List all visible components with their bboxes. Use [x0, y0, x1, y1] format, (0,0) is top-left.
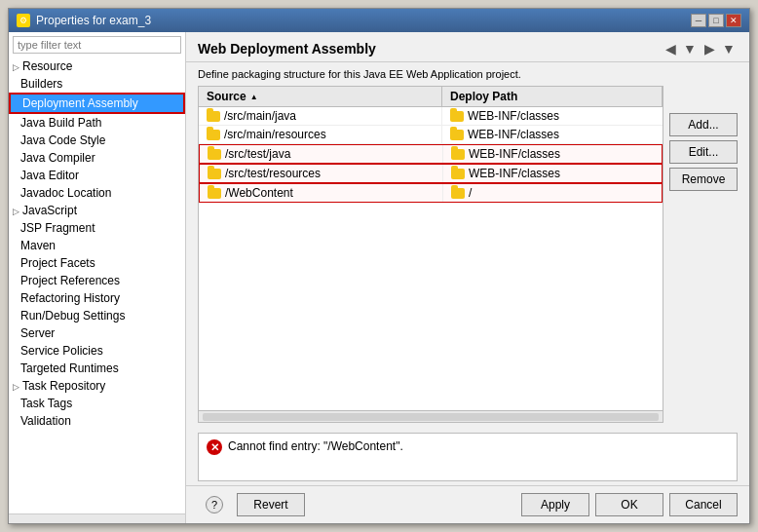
sidebar-item-label: Resource [22, 59, 72, 73]
deploy-text: WEB-INF/classes [469, 167, 560, 180]
remove-button[interactable]: Remove [669, 168, 738, 191]
source-cell: /src/test/resources [200, 165, 443, 182]
table-scrollbar[interactable] [199, 410, 663, 422]
sidebar-item-2[interactable]: Deployment Assembly [9, 93, 185, 114]
table-row[interactable]: /WebContent/ [199, 183, 663, 203]
sidebar-item-4[interactable]: Java Code Style [9, 132, 185, 149]
source-text: /src/main/java [224, 109, 296, 123]
sidebar-item-5[interactable]: Java Compiler [9, 149, 185, 167]
source-text: /src/main/resources [224, 128, 326, 141]
sidebar-item-18[interactable]: ▷ Task Repository [9, 377, 185, 395]
help-button[interactable]: ? [206, 496, 223, 513]
sidebar-item-label: Java Code Style [20, 133, 105, 147]
minimize-button[interactable]: ─ [691, 14, 706, 27]
help-area: ? [198, 492, 231, 517]
window-title: Properties for exam_3 [36, 14, 151, 27]
back-button[interactable]: ◀ [662, 40, 679, 57]
sidebar-item-label: Project References [20, 274, 120, 287]
sidebar-item-0[interactable]: ▷ Resource [9, 57, 185, 75]
sidebar-item-19[interactable]: Task Tags [9, 395, 185, 412]
ok-button[interactable]: OK [595, 493, 663, 516]
sidebar-item-label: JSP Fragment [20, 221, 95, 235]
restore-button[interactable]: □ [708, 14, 724, 27]
content-area: ▷ ResourceBuildersDeployment AssemblyJav… [9, 32, 749, 523]
table-row[interactable]: /src/main/javaWEB-INF/classes [199, 107, 663, 126]
table-header: Source ▲ Deploy Path [199, 87, 663, 107]
apply-button[interactable]: Apply [521, 493, 589, 516]
sidebar-item-12[interactable]: Project References [9, 272, 185, 289]
folder-icon [451, 149, 465, 160]
tree-arrow-icon: ▷ [13, 62, 22, 72]
sidebar-item-label: Task Repository [22, 379, 105, 393]
bottom-buttons: ? Revert Apply OK Cancel [186, 485, 749, 523]
sidebar-item-14[interactable]: Run/Debug Settings [9, 307, 185, 324]
table-row[interactable]: /src/test/resourcesWEB-INF/classes [199, 164, 663, 183]
table-body[interactable]: /src/main/javaWEB-INF/classes/src/main/r… [199, 107, 663, 410]
deploy-cell: / [443, 184, 662, 202]
tree-area: ▷ ResourceBuildersDeployment AssemblyJav… [9, 57, 185, 513]
error-icon: ✕ [207, 439, 222, 455]
deploy-cell: WEB-INF/classes [443, 145, 662, 163]
folder-icon [207, 111, 220, 122]
sidebar-item-label: Validation [20, 414, 71, 428]
edit-button[interactable]: Edit... [669, 140, 738, 164]
source-text: /src/test/java [225, 147, 290, 161]
sidebar-item-label: Java Editor [20, 169, 79, 182]
deploy-header: Deploy Path [442, 87, 663, 106]
deploy-cell: WEB-INF/classes [443, 165, 662, 182]
right-body: Define packaging structure for this Java… [186, 62, 749, 429]
table-row[interactable]: /src/main/resourcesWEB-INF/classes [199, 126, 663, 144]
sidebar-item-6[interactable]: Java Editor [9, 167, 185, 184]
source-cell: /WebContent [200, 184, 443, 202]
forward-button[interactable]: ▶ [701, 40, 718, 57]
titlebar: ⚙ Properties for exam_3 ─ □ ✕ [9, 9, 749, 32]
deploy-cell: WEB-INF/classes [442, 126, 663, 143]
titlebar-left: ⚙ Properties for exam_3 [17, 14, 151, 27]
window-icon: ⚙ [17, 14, 30, 27]
sidebar-item-15[interactable]: Server [9, 324, 185, 342]
sidebar-item-label: Refactoring History [20, 291, 120, 305]
nav-buttons: ◀ ▼ ▶ ▼ [662, 40, 738, 57]
sidebar-item-10[interactable]: Maven [9, 237, 185, 254]
sidebar-item-20[interactable]: Validation [9, 412, 185, 430]
add-button[interactable]: Add... [669, 113, 738, 136]
sidebar-item-1[interactable]: Builders [9, 75, 185, 93]
right-panel: Web Deployment Assembly ◀ ▼ ▶ ▼ Define p… [186, 32, 749, 523]
cancel-button[interactable]: Cancel [669, 493, 738, 516]
folder-icon [207, 130, 220, 140]
sidebar-item-9[interactable]: JSP Fragment [9, 219, 185, 237]
dropdown-button[interactable]: ▼ [681, 40, 699, 57]
sidebar-item-17[interactable]: Targeted Runtimes [9, 360, 185, 377]
action-buttons: Add... Edit... Remove [663, 86, 738, 423]
source-header: Source ▲ [199, 87, 442, 106]
sidebar-item-11[interactable]: Project Facets [9, 254, 185, 272]
filter-input[interactable] [13, 36, 181, 54]
tree-arrow-icon: ▷ [13, 207, 22, 216]
sidebar-item-13[interactable]: Refactoring History [9, 289, 185, 307]
table-row[interactable]: /src/test/javaWEB-INF/classes [199, 144, 663, 164]
sidebar-item-16[interactable]: Service Policies [9, 342, 185, 360]
sidebar-item-label: JavaScript [22, 204, 77, 217]
revert-button[interactable]: Revert [237, 493, 305, 516]
folder-icon [208, 188, 221, 199]
panel-title: Web Deployment Assembly [198, 41, 376, 57]
sidebar-item-8[interactable]: ▷ JavaScript [9, 202, 185, 219]
deploy-text: WEB-INF/classes [468, 109, 559, 123]
folder-icon [208, 169, 221, 179]
sidebar-item-label: Run/Debug Settings [20, 309, 125, 323]
sidebar-item-3[interactable]: Java Build Path [9, 114, 185, 132]
titlebar-buttons: ─ □ ✕ [691, 14, 741, 27]
deployment-table: Source ▲ Deploy Path /src/main/javaWEB-I… [198, 86, 663, 423]
dropdown2-button[interactable]: ▼ [720, 40, 738, 57]
close-button[interactable]: ✕ [726, 14, 741, 27]
sidebar-item-7[interactable]: Javadoc Location [9, 184, 185, 202]
source-text: /src/test/resources [225, 167, 321, 180]
tree-arrow-icon: ▷ [13, 382, 22, 392]
left-panel-scrollbar[interactable] [9, 513, 185, 523]
sidebar-item-label: Task Tags [20, 397, 72, 410]
folder-icon [451, 188, 465, 199]
deploy-cell: WEB-INF/classes [442, 107, 663, 125]
sort-icon: ▲ [250, 93, 258, 101]
sidebar-item-label: Service Policies [20, 344, 103, 358]
sidebar-item-label: Java Build Path [20, 116, 101, 130]
